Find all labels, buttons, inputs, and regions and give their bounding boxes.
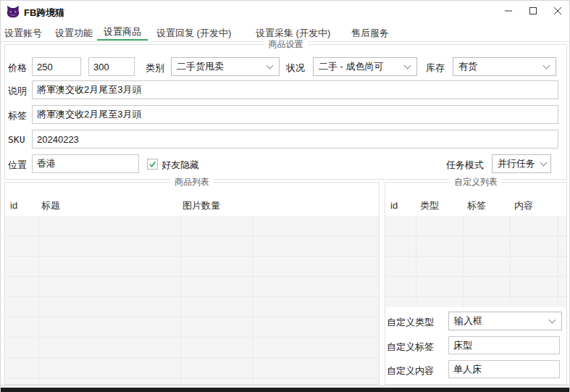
- category-label: 类别: [146, 62, 164, 75]
- condition-select-value: 二手 - 成色尚可: [319, 61, 384, 72]
- price-min-input[interactable]: [32, 57, 81, 76]
- column-divider: [558, 216, 558, 307]
- chevron-down-icon: [549, 317, 556, 324]
- product-list-group-title: 商品列表: [170, 176, 214, 188]
- tab-setup-account[interactable]: 设置账号: [4, 26, 42, 41]
- product-list-table-body[interactable]: [5, 216, 379, 384]
- hide-friends-checkbox[interactable]: [147, 159, 158, 170]
- custom-content-input[interactable]: [448, 360, 560, 378]
- app-window: FB跨境猫 设置账号 设置功能 设置商品 设置回复 (开发中) 设置采集 (开发…: [0, 0, 570, 392]
- custom-list-table-body[interactable]: [385, 216, 566, 307]
- title-bar: FB跨境猫: [1, 1, 569, 23]
- sku-label: SKU: [8, 134, 25, 145]
- window-title: FB跨境猫: [24, 7, 64, 20]
- custom-content-label: 自定义内容: [387, 364, 434, 378]
- description-input[interactable]: [32, 80, 558, 99]
- tags-input[interactable]: [32, 105, 558, 124]
- product-settings-group-title: 商品设置: [264, 38, 308, 51]
- product-list-col-images[interactable]: 图片数量: [183, 196, 220, 215]
- stock-select[interactable]: 有货: [453, 57, 556, 76]
- category-select[interactable]: 二手货甩卖: [171, 57, 280, 76]
- category-select-value: 二手货甩卖: [177, 61, 224, 72]
- custom-tag-input[interactable]: [448, 336, 560, 354]
- price-max-input[interactable]: [88, 57, 135, 76]
- tab-setup-replies[interactable]: 设置回复 (开发中): [156, 26, 231, 41]
- chevron-down-icon: [267, 62, 274, 70]
- custom-type-label: 自定义类型: [387, 316, 434, 329]
- stock-select-value: 有货: [458, 61, 477, 72]
- column-divider: [463, 216, 464, 307]
- condition-label: 状况: [286, 62, 305, 75]
- price-label: 价格: [8, 62, 27, 75]
- taskbar-strip: [1, 388, 569, 392]
- tab-after-sales[interactable]: 售后服务: [351, 26, 389, 41]
- location-label: 位置: [8, 159, 27, 172]
- task-mode-select-value: 并行任务: [498, 158, 535, 169]
- tab-setup-products[interactable]: 设置商品: [97, 25, 148, 41]
- product-list-col-id[interactable]: id: [10, 196, 17, 215]
- chevron-down-icon: [404, 62, 411, 70]
- custom-list-col-content[interactable]: 内容: [514, 196, 533, 215]
- product-list-group: 商品列表 id 标题 图片数量: [4, 182, 380, 385]
- custom-list-col-tag[interactable]: 标签: [467, 196, 486, 215]
- column-divider: [416, 216, 416, 307]
- column-divider: [180, 216, 181, 384]
- column-divider: [510, 216, 511, 307]
- hide-friends-label: 好友隐藏: [162, 159, 199, 172]
- column-divider: [38, 216, 39, 384]
- maximize-button[interactable]: [521, 1, 545, 21]
- custom-list-group-title: 自定义列表: [450, 176, 502, 188]
- custom-list-col-type[interactable]: 类型: [420, 196, 439, 215]
- custom-tag-label: 自定义标签: [387, 341, 434, 354]
- sku-input[interactable]: [32, 130, 558, 149]
- custom-type-select-value: 输入框: [454, 315, 482, 326]
- close-button[interactable]: [546, 1, 569, 21]
- app-cat-icon: [6, 4, 20, 19]
- location-input[interactable]: [32, 154, 139, 173]
- tab-setup-features[interactable]: 设置功能: [55, 26, 93, 41]
- chevron-down-icon: [540, 159, 548, 167]
- minimize-button[interactable]: [497, 1, 520, 21]
- custom-list-col-id[interactable]: id: [390, 196, 398, 215]
- description-label: 说明: [8, 85, 27, 98]
- task-mode-select[interactable]: 并行任务: [492, 154, 551, 173]
- custom-list-group: 自定义列表 id 类型 标签 内容: [385, 182, 567, 385]
- custom-type-select[interactable]: 输入框: [448, 312, 562, 330]
- check-icon: [148, 160, 156, 168]
- chevron-down-icon: [543, 62, 550, 70]
- column-divider: [253, 216, 253, 384]
- condition-select[interactable]: 二手 - 成色尚可: [313, 57, 417, 76]
- product-list-col-title[interactable]: 标题: [41, 196, 60, 215]
- task-mode-label: 任务模式: [446, 159, 484, 172]
- tags-label: 标签: [8, 109, 27, 122]
- stock-label: 库存: [426, 62, 445, 75]
